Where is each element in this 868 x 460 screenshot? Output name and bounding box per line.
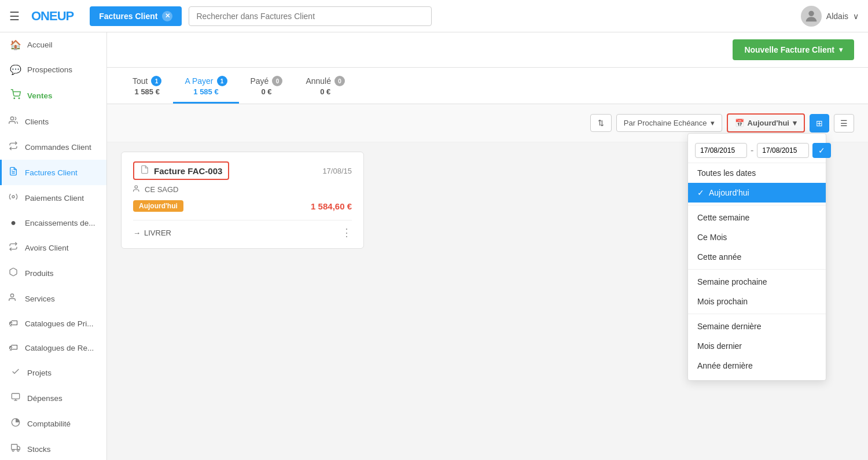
dropdown-ce-mois[interactable]: Ce Mois [688, 227, 826, 247]
sidebar-item-label: Catalogues de Re... [25, 344, 94, 352]
dropdown-toutes-dates[interactable]: Toutes les dates [688, 163, 826, 183]
more-options-button[interactable]: ⋮ [341, 226, 352, 239]
calendar-icon: 📅 [735, 119, 744, 127]
user-menu[interactable]: Aldais ∨ [801, 6, 859, 27]
tab-tout[interactable]: Tout 1 1 585 € [121, 68, 173, 104]
dropdown-ce-mois-label: Ce Mois [697, 233, 727, 242]
svg-point-2 [19, 98, 20, 99]
invoice-card-footer: → LIVRER ⋮ [133, 220, 352, 239]
sidebar-item-clients[interactable]: Clients [0, 109, 106, 134]
invoice-client: CE SAGD [133, 185, 352, 194]
list-view-button[interactable]: ☰ [834, 114, 854, 133]
sidebar-item-projets[interactable]: Projets [0, 360, 106, 385]
sort-button[interactable]: Par Prochaine Echéance ▾ [616, 114, 722, 132]
dropdown-cette-semaine-label: Cette semaine [697, 213, 749, 222]
dropdown-mois-dernier[interactable]: Mois dernier [688, 336, 826, 356]
invoice-amount: 1 584,60 € [311, 201, 352, 211]
invoice-doc-icon [140, 165, 149, 176]
sidebar-item-stocks[interactable]: Stocks [0, 436, 106, 460]
invoice-number[interactable]: Facture FAC-003 [133, 161, 229, 180]
catalogues-pri-icon: 🏷 [8, 318, 19, 329]
tab-paye[interactable]: Payé 0 0 € [239, 68, 295, 104]
sidebar-item-commandes-client[interactable]: Commandes Client [0, 134, 106, 160]
date-range-separator: - [751, 145, 753, 156]
app-logo: ONEUP [31, 10, 73, 23]
sidebar-item-label: Paiements Client [25, 194, 84, 203]
active-module-label: Factures Client [99, 12, 157, 21]
date-dropdown-panel: - ✓ Toutes les dates ✓ Aujourd'hui Cette… [687, 133, 826, 381]
user-chevron-icon: ∨ [853, 12, 859, 21]
date-filter-label: Aujourd'hui [748, 119, 789, 127]
invoice-card: Facture FAC-003 17/08/15 CE SAGD Aujourd… [121, 152, 364, 249]
tab-annule[interactable]: Annulé 0 0 € [294, 68, 356, 104]
content-area: Nouvelle Facture Client ▾ Tout 1 1 585 €… [107, 32, 868, 460]
close-module-icon[interactable]: ✕ [162, 11, 172, 21]
active-module-button[interactable]: Factures Client ✕ [90, 6, 182, 26]
dropdown-mois-prochain[interactable]: Mois prochain [688, 292, 826, 311]
sidebar-item-accueil[interactable]: 🏠 Accueil [0, 32, 106, 57]
catalogues-re-icon: 🏷 [8, 343, 19, 353]
svg-point-7 [10, 294, 13, 297]
new-invoice-button[interactable]: Nouvelle Facture Client ▾ [733, 39, 854, 60]
sidebar-item-depenses[interactable]: Dépenses [0, 385, 106, 411]
user-name: Aldais [826, 12, 848, 21]
produits-icon [8, 267, 19, 279]
tab-paye-badge: 0 [272, 76, 282, 86]
sidebar-item-label: Encaissements de... [25, 219, 95, 227]
invoice-number-label: Facture FAC-003 [154, 166, 222, 176]
invoice-status-badge: Aujourd'hui [133, 200, 183, 212]
tab-paye-label: Payé [251, 76, 269, 86]
date-confirm-button[interactable]: ✓ [812, 143, 831, 158]
paiements-icon [8, 192, 19, 204]
sidebar-item-label: Produits [25, 269, 54, 278]
grid-view-button[interactable]: ⊞ [810, 114, 829, 133]
tab-a-payer[interactable]: A Payer 1 1 585 € [173, 68, 238, 104]
sidebar-item-label: Projets [27, 369, 52, 377]
projets-icon [10, 367, 21, 378]
date-filter-button[interactable]: 📅 Aujourd'hui ▾ [727, 113, 805, 133]
sidebar-item-label: Dépenses [27, 394, 62, 403]
hamburger-menu[interactable]: ☰ [9, 9, 20, 23]
sidebar-item-catalogues-pri[interactable]: 🏷 Catalogues de Pri... [0, 311, 106, 336]
sidebar-item-comptabilite[interactable]: Comptabilité [0, 411, 106, 436]
dropdown-semaine-derniere[interactable]: Semaine dernière [688, 317, 826, 336]
client-icon [133, 185, 141, 194]
sidebar-item-label: Services [25, 295, 55, 303]
tab-a-payer-badge: 1 [217, 76, 227, 86]
sidebar-item-prospections[interactable]: 💬 Prospections [0, 57, 106, 82]
sidebar-item-paiements-client[interactable]: Paiements Client [0, 185, 106, 211]
sidebar-item-catalogues-re[interactable]: 🏷 Catalogues de Re... [0, 336, 106, 360]
sidebar-item-label: Avoirs Client [25, 244, 69, 252]
sidebar-item-services[interactable]: Services [0, 286, 106, 311]
tab-annule-label: Annulé [306, 76, 331, 86]
tab-annule-badge: 0 [334, 76, 345, 86]
commandes-icon [8, 141, 19, 153]
dropdown-cette-annee[interactable]: Cette année [688, 247, 826, 267]
dropdown-aujourdhui[interactable]: ✓ Aujourd'hui [688, 183, 826, 203]
dropdown-divider-1 [688, 205, 826, 205]
services-icon [8, 293, 19, 304]
sort-order-icon[interactable]: ⇅ [590, 114, 612, 132]
sidebar-item-ventes[interactable]: Ventes [0, 82, 106, 109]
svg-rect-12 [12, 444, 17, 450]
date-to-input[interactable] [757, 143, 809, 158]
sidebar-item-encaissements[interactable]: ● Encaissements de... [0, 211, 106, 235]
dropdown-semaine-prochaine[interactable]: Semaine prochaine [688, 272, 826, 292]
tabs-row: Tout 1 1 585 € A Payer 1 1 585 € Payé 0 [121, 68, 854, 104]
sidebar-item-avoirs-client[interactable]: Avoirs Client [0, 235, 106, 260]
svg-point-15 [135, 186, 138, 189]
dropdown-semaine-derniere-label: Semaine dernière [697, 322, 762, 331]
dropdown-cette-annee-label: Cette année [697, 252, 741, 262]
tab-a-payer-label: A Payer [185, 76, 213, 86]
dropdown-divider-2 [688, 269, 826, 270]
sidebar-item-produits[interactable]: Produits [0, 260, 106, 286]
livrer-button[interactable]: → LIVRER [133, 229, 171, 237]
factures-icon [8, 167, 19, 178]
date-from-input[interactable] [695, 143, 747, 158]
sidebar-item-factures-client[interactable]: Factures Client [0, 160, 106, 185]
dropdown-annee-derniere[interactable]: Année dernière [688, 356, 826, 376]
search-input[interactable] [189, 6, 432, 26]
dropdown-cette-semaine[interactable]: Cette semaine [688, 208, 826, 227]
invoice-card-header: Facture FAC-003 17/08/15 [133, 161, 352, 180]
stocks-icon [10, 443, 21, 455]
